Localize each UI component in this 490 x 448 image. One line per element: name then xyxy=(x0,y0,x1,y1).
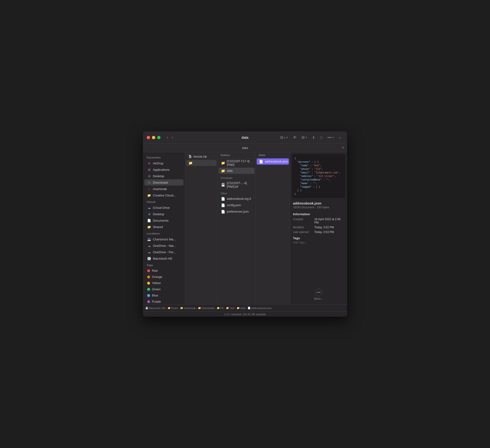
sidebar-item-label: Purple xyxy=(152,300,161,303)
last-opened-label: Last opened xyxy=(293,230,314,234)
zip-file-icon: 🗜 xyxy=(189,155,192,158)
log-file-icon: 📄 xyxy=(221,197,225,201)
sidebar-item-label: Creative Cloud... xyxy=(153,194,176,197)
sidebar-item-mac[interactable]: 💻 Charisma's Ma... xyxy=(144,236,184,242)
path-separator: › xyxy=(235,307,236,310)
sidebar-item-onedrive-nat[interactable]: ☁ OneDrive - Nat... xyxy=(144,242,184,249)
file-label: addressbook.json xyxy=(265,160,288,163)
sidebar: Favourites ⊕ AirDrop ⊞ Applications 🖥 De… xyxy=(143,152,185,304)
sidebar-item-airdrop[interactable]: ⊕ AirDrop xyxy=(144,160,184,166)
list-item[interactable]: 📁 › xyxy=(186,160,217,166)
path-label: Test xyxy=(230,307,234,310)
locations-label: Locations xyxy=(143,230,185,236)
fullscreen-button[interactable] xyxy=(157,136,160,139)
sidebar-item-label: OneDrive - Nat... xyxy=(153,244,176,248)
last-opened-row: Last opened Today, 3:53 PM xyxy=(290,230,347,234)
list-item[interactable]: 📁 [CS2103T-T17-4][Abpi] › xyxy=(219,158,254,168)
more-section: ••• More... xyxy=(290,285,347,304)
path-label: addressbook.json xyxy=(251,307,271,310)
back-button[interactable]: ‹ xyxy=(165,134,169,140)
tags-placeholder[interactable]: Add Tags... xyxy=(293,241,344,244)
sidebar-item-tag-blue[interactable]: Blue xyxy=(144,292,184,298)
sidebar-item-icloud-drive[interactable]: ☁ iCloud Drive xyxy=(144,205,184,211)
view-options-button[interactable]: ⊞ ▼ xyxy=(300,134,309,141)
forward-button[interactable]: › xyxy=(170,134,175,140)
sidebar-item-tag-yellow[interactable]: Yellow xyxy=(144,280,184,286)
file-label: [CS2103T-...-4][Abpi].jar xyxy=(227,181,252,188)
preview-type: JSON Document - 193 bytes xyxy=(290,206,347,211)
grid-icon: ⊞ xyxy=(301,135,305,140)
sidebar-item-label: Macintosh HD xyxy=(153,257,172,260)
add-button[interactable]: + xyxy=(342,145,344,150)
list-item[interactable]: 🗜 kausar.zip › xyxy=(186,153,217,160)
file-label: data xyxy=(227,169,232,172)
tags-section-title: Tags xyxy=(293,236,344,240)
minimize-button[interactable] xyxy=(152,136,155,139)
sidebar-item-charismak[interactable]: ⌂ charismak xyxy=(144,186,184,192)
sidebar-item-tag-purple[interactable]: Purple xyxy=(144,299,184,304)
path-item[interactable]: 💾 Macintosh HD xyxy=(145,307,165,310)
list-item[interactable]: 📄 preferences.json xyxy=(219,209,254,215)
titlebar: ‹ › data ⊞ ▲▼ 👁 ⊞ ▼ ⬆ ⬡ ••• ▼ xyxy=(143,131,347,144)
close-button[interactable] xyxy=(147,136,150,139)
arrow-icon: › xyxy=(213,155,214,158)
more-button[interactable]: ••• xyxy=(315,289,322,296)
sidebar-item-tag-red[interactable]: Red xyxy=(144,268,184,274)
search-button[interactable]: ⌕ xyxy=(337,134,343,141)
sidebar-item-label: Documents xyxy=(153,219,168,222)
sidebar-item-label: iCloud Drive xyxy=(153,206,170,209)
column-3: Other 📄 addressbook.json xyxy=(256,152,290,304)
sidebar-item-applications[interactable]: ⊞ Applications xyxy=(144,167,184,173)
sidebar-item-label: Blue xyxy=(152,294,158,297)
modified-label: Modified xyxy=(293,226,314,229)
main-content: Favourites ⊕ AirDrop ⊞ Applications 🖥 De… xyxy=(143,152,347,304)
sidebar-item-label: OneDrive - Per... xyxy=(153,250,176,254)
documents-icon: 📄 xyxy=(147,219,151,222)
path-item[interactable]: 📁 data xyxy=(237,307,245,310)
developer-section-label: Developer xyxy=(218,174,255,180)
path-item[interactable]: 📄 addressbook.json xyxy=(248,307,271,310)
preview-button[interactable]: 👁 xyxy=(291,134,299,141)
list-item[interactable]: 📁 data › xyxy=(219,168,254,174)
tag-icon: ⬡ xyxy=(320,136,323,139)
sidebar-item-creative-cloud[interactable]: 📁 Creative Cloud... xyxy=(144,192,184,198)
more-actions-button[interactable]: ••• ▼ xyxy=(325,134,336,141)
last-opened-value: Today, 3:53 PM xyxy=(314,230,334,234)
path-separator: › xyxy=(196,307,197,310)
path-label: PE xyxy=(220,307,224,310)
list-item[interactable]: 📄 config.json xyxy=(219,202,254,208)
sidebar-item-icloud-desktop[interactable]: 🖥 Desktop xyxy=(144,211,184,217)
columns-view-button[interactable]: ⊞ ▲▼ xyxy=(278,134,290,141)
list-item[interactable]: 📄 addressbook.log.0 xyxy=(219,196,254,202)
list-item[interactable]: 📄 addressbook.json xyxy=(257,158,289,165)
view-options-chevron: ▼ xyxy=(305,136,307,139)
nav-buttons: ‹ › xyxy=(165,134,175,140)
path-item[interactable]: 📁 charismak xyxy=(180,307,196,310)
folder-icon: 📁 xyxy=(221,161,225,165)
path-item[interactable]: 📁 Downloads xyxy=(198,307,214,310)
path-item[interactable]: 📁 Users xyxy=(168,307,178,310)
red-dot xyxy=(147,269,150,272)
arrow-icon: › xyxy=(213,162,214,164)
path-item[interactable]: 📁 PE xyxy=(217,307,224,310)
file-columns: 🗜 kausar.zip › 📁 › Folders 📁 [CS210 xyxy=(185,152,347,304)
path-label: Macintosh HD xyxy=(149,307,165,310)
tag-button[interactable]: ⬡ xyxy=(318,135,324,140)
list-item[interactable]: 💾 [CS2103T-...-4][Abpi].jar xyxy=(219,180,254,189)
sidebar-item-desktop[interactable]: 🖥 Desktop xyxy=(144,173,184,179)
sidebar-item-onedrive-per[interactable]: ☁ OneDrive - Per... xyxy=(144,249,184,255)
sidebar-item-documents[interactable]: 📄 Documents xyxy=(144,217,184,224)
purple-dot xyxy=(147,300,150,303)
green-dot xyxy=(147,288,150,291)
path-item[interactable]: 📁 Test xyxy=(226,307,234,310)
downloads-icon: ⊙ xyxy=(147,180,151,184)
sidebar-item-shared[interactable]: 📁 Shared xyxy=(144,224,184,230)
sidebar-item-downloads[interactable]: ⊙ Downloads xyxy=(144,179,184,186)
airdrop-icon: ⊕ xyxy=(147,161,151,165)
share-button[interactable]: ⬆ xyxy=(310,135,317,140)
folder4-icon: 📁 xyxy=(198,307,201,309)
sidebar-item-tag-orange[interactable]: Orange xyxy=(144,274,184,280)
sidebar-item-macintosh-hd[interactable]: 💽 Macintosh HD xyxy=(144,255,184,261)
preview-filename: addressbook.json xyxy=(290,200,347,206)
sidebar-item-tag-green[interactable]: Green xyxy=(144,286,184,292)
